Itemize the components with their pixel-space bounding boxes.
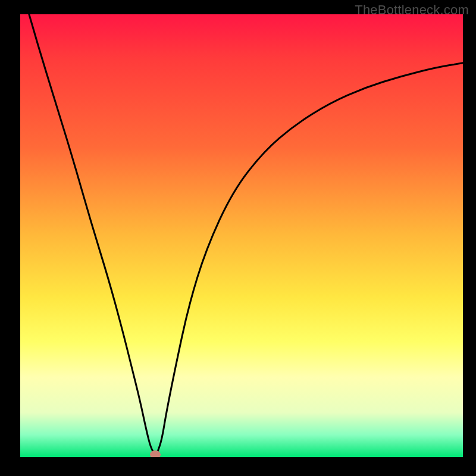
watermark-text: TheBottleneck.com bbox=[355, 2, 469, 18]
chart-plot-area bbox=[20, 14, 463, 457]
optimal-point-marker bbox=[150, 450, 161, 457]
bottleneck-curve bbox=[20, 14, 463, 457]
